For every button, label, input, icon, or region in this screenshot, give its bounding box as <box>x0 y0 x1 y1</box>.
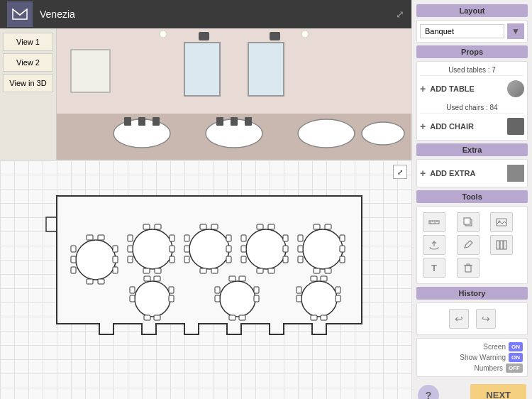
svg-rect-94 <box>311 276 317 281</box>
columns-tool-button[interactable] <box>490 235 513 255</box>
redo-button[interactable]: ↪ <box>476 309 496 329</box>
screen-toggle[interactable]: ON <box>509 342 523 351</box>
svg-rect-97 <box>297 295 301 302</box>
svg-point-75 <box>135 281 170 317</box>
svg-point-93 <box>301 281 337 317</box>
svg-rect-14 <box>153 117 160 126</box>
add-table-row[interactable]: + ADD TABLE <box>420 78 524 99</box>
svg-rect-48 <box>200 268 206 273</box>
screen-label: Screen <box>483 343 506 351</box>
svg-rect-67 <box>298 235 303 241</box>
svg-rect-66 <box>325 224 331 229</box>
svg-rect-26 <box>87 279 93 284</box>
svg-rect-41 <box>170 256 174 263</box>
svg-rect-32 <box>143 224 150 229</box>
svg-rect-74 <box>340 256 345 263</box>
svg-rect-3 <box>184 43 220 96</box>
fullscreen-icon[interactable]: ⤢ <box>396 9 404 20</box>
expand-icon[interactable]: ⤢ <box>393 165 407 179</box>
svg-rect-63 <box>283 256 288 263</box>
props-box: Used tables : 7 + ADD TABLE Used chairs … <box>416 61 528 141</box>
copy-tool-button[interactable] <box>457 212 480 232</box>
extra-box: + ADD EXTRA <box>416 159 528 187</box>
svg-rect-59 <box>257 268 263 273</box>
svg-rect-12 <box>124 117 131 126</box>
svg-rect-69 <box>298 256 303 263</box>
svg-rect-47 <box>184 256 189 263</box>
tools-box: T <box>416 206 528 284</box>
floorplan-svg <box>43 175 376 352</box>
logo-icon <box>7 1 33 27</box>
svg-rect-65 <box>314 224 320 229</box>
svg-rect-57 <box>241 246 246 252</box>
svg-rect-101 <box>336 295 340 302</box>
svg-rect-100 <box>336 287 340 293</box>
svg-rect-5 <box>71 50 110 92</box>
svg-point-31 <box>133 229 172 269</box>
warning-toggle[interactable]: ON <box>509 353 523 362</box>
svg-point-18 <box>160 31 167 38</box>
svg-rect-40 <box>170 246 174 252</box>
svg-rect-25 <box>71 267 76 273</box>
add-extra-row[interactable]: + ADD EXTRA <box>420 163 524 184</box>
svg-point-42 <box>189 229 229 269</box>
add-table-label: ADD TABLE <box>430 84 475 93</box>
svg-point-11 <box>362 122 404 145</box>
add-table-plus: + <box>420 83 426 94</box>
svg-point-10 <box>298 119 355 148</box>
numbers-toggle-row: Numbers OFF <box>421 363 523 373</box>
svg-rect-54 <box>257 224 263 229</box>
svg-rect-50 <box>226 235 231 241</box>
add-extra-plus: + <box>420 168 426 179</box>
svg-rect-95 <box>321 276 327 281</box>
svg-rect-92 <box>254 295 259 302</box>
view2-button[interactable]: View 2 <box>3 53 53 72</box>
svg-rect-7 <box>270 32 280 40</box>
svg-rect-58 <box>241 256 246 263</box>
trash-tool-button[interactable] <box>457 258 480 278</box>
chair-icon <box>507 118 524 135</box>
ruler-tool-button[interactable] <box>423 212 445 232</box>
svg-rect-73 <box>340 246 345 252</box>
used-chairs-label: Used chairs : 84 <box>420 102 524 114</box>
used-tables-label: Used tables : 7 <box>420 65 524 76</box>
tools-section-header: Tools <box>416 190 528 203</box>
floorplan-area: ⤢ <box>0 160 411 399</box>
text-tool-button[interactable]: T <box>423 258 445 278</box>
svg-rect-49 <box>211 268 218 273</box>
numbers-toggle[interactable]: OFF <box>506 364 523 373</box>
svg-point-53 <box>246 229 286 269</box>
svg-rect-22 <box>98 235 104 240</box>
bottom-buttons: ? NEXT <box>416 380 528 399</box>
edit-tool-button[interactable] <box>457 235 480 255</box>
toggles-box: Screen ON Show Warning ON Numbers OFF <box>416 338 528 377</box>
left-panel: Venezia ⤢ View 1 View 2 View in 3D <box>0 0 411 399</box>
props-section-header: Props <box>416 45 528 58</box>
svg-rect-108 <box>464 218 470 224</box>
undo-button[interactable]: ↩ <box>449 309 469 329</box>
svg-rect-35 <box>128 246 133 252</box>
layout-dropdown-button[interactable]: ▼ <box>507 23 524 39</box>
svg-rect-30 <box>113 267 118 273</box>
svg-rect-45 <box>184 235 189 241</box>
svg-rect-87 <box>215 287 220 293</box>
svg-rect-29 <box>113 256 118 263</box>
svg-rect-60 <box>268 268 275 273</box>
svg-point-19 <box>301 31 309 38</box>
help-button[interactable]: ? <box>418 385 439 400</box>
add-chair-row[interactable]: + ADD CHAIR <box>420 116 524 137</box>
next-button[interactable]: NEXT <box>470 384 526 399</box>
svg-rect-27 <box>98 279 104 284</box>
view3d-button[interactable]: View in 3D <box>3 74 53 92</box>
upload-tool-button[interactable] <box>423 235 445 255</box>
svg-rect-81 <box>154 315 160 320</box>
view1-button[interactable]: View 1 <box>3 33 53 51</box>
image-tool-button[interactable] <box>490 212 513 232</box>
svg-rect-79 <box>130 295 135 302</box>
svg-rect-16 <box>231 117 238 126</box>
layout-select[interactable]: Banquet <box>420 24 504 38</box>
svg-rect-38 <box>155 268 161 273</box>
view-buttons-col: View 1 View 2 View in 3D <box>0 28 57 160</box>
room-photo <box>57 28 411 160</box>
svg-rect-61 <box>283 235 288 241</box>
